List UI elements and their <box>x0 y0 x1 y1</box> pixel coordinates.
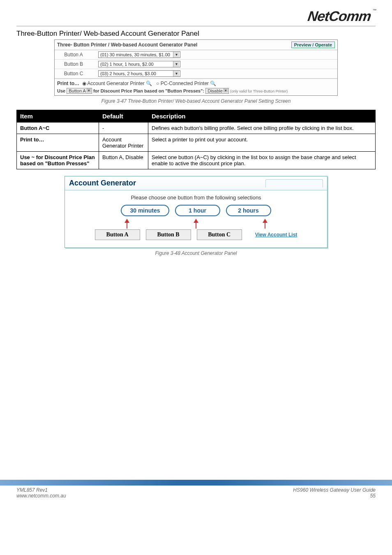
magnify-icon-2[interactable]: 🔍 <box>210 81 216 86</box>
netcomm-logo: NetComm™ <box>307 8 377 24</box>
account-generator-body: Please choose one button from the follow… <box>65 190 327 247</box>
print-to-label: Print to… <box>57 81 79 86</box>
cell-item: Use ~ for Discount Price Plan based on "… <box>17 152 99 169</box>
arrow-up-icon <box>263 219 267 223</box>
footer-rev: YML857 Rev1 <box>16 487 48 493</box>
footer-right: HS960 Wireless Gateway User Guide 55 <box>293 487 376 499</box>
footer-gradient-bar <box>0 480 392 486</box>
button-row: Button A Button B Button C View Account … <box>72 229 320 240</box>
print-to-opt1: Account Generator Printer <box>87 81 144 86</box>
table-row: Print to… Account Generator Printer Sele… <box>17 134 376 152</box>
figure-3-47-caption: Figure 3-47 Three-Button Printer/ Web-ba… <box>16 98 376 104</box>
config-panel-header: Three- Button Printer / Web-based Accoun… <box>55 40 337 50</box>
print-to-opt2: PC-Connected Printer <box>161 81 209 86</box>
cell-description: Select a printer to print out your accou… <box>148 134 376 152</box>
cell-item: Print to… <box>17 134 99 152</box>
table-row: Button A~C - Defines each button's billi… <box>17 123 376 134</box>
button-c-label: Button C <box>57 71 90 76</box>
config-panel: Three- Button Printer / Web-based Accoun… <box>54 39 338 96</box>
cell-default: Button A, Disable <box>99 152 148 169</box>
header-logo-row: NetComm™ <box>16 8 376 26</box>
button-c-select[interactable]: (03) 2 hours, 2 hours, $3.00 <box>98 70 180 77</box>
arrow-row <box>72 219 320 229</box>
arrow-stem <box>127 223 127 229</box>
footer-page: 55 <box>370 493 376 499</box>
disable-select[interactable]: Disable <box>205 88 229 94</box>
button-a-box[interactable]: Button A <box>95 229 140 240</box>
print-to-row: Print to… ◉ Account Generator Printer 🔍 … <box>57 81 335 86</box>
account-generator-header: Account Generator <box>65 176 327 190</box>
cell-item: Button A~C <box>17 123 99 134</box>
arrow-stem <box>265 223 265 229</box>
use-prefix: Use <box>57 88 65 93</box>
button-b-label: Button B <box>57 61 90 67</box>
account-generator-tab <box>265 179 323 187</box>
fine-print: (only valid for Three-Button Printer) <box>230 89 288 93</box>
cell-description: Defines each button's billing profile. S… <box>148 123 376 134</box>
use-mid: for Discount Price Plan based on "Button… <box>93 88 204 93</box>
config-row-c: Button C (03) 2 hours, 2 hours, $3.00 <box>55 69 337 79</box>
footer-url: www.netcomm.com.au <box>16 493 66 499</box>
th-default: Default <box>99 110 148 123</box>
cell-description: Select one button (A~C) by clicking in t… <box>148 152 376 169</box>
arrow-stem <box>196 223 196 229</box>
radio-pc-printer[interactable]: ○ <box>156 81 159 86</box>
logo-tm: ™ <box>372 8 377 13</box>
button-b-box[interactable]: Button B <box>146 229 191 240</box>
th-description: Description <box>148 110 376 123</box>
th-item: Item <box>17 110 99 123</box>
button-b-select[interactable]: (02) 1 hour, 1 hours, $2.00 <box>98 61 180 67</box>
config-row-a: Button A (01) 30 minutes, 30 minutes, $1… <box>55 50 337 60</box>
logo-text: NetComm <box>307 8 372 24</box>
section-title: Three-Button Printer/ Web-based Account … <box>16 30 376 38</box>
config-row-b: Button B (02) 1 hour, 1 hours, $2.00 <box>55 60 337 69</box>
footer-guide: HS960 Wireless Gateway User Guide <box>293 487 376 493</box>
radio-account-printer[interactable]: ◉ <box>82 81 86 86</box>
cell-default: Account Generator Printer <box>99 134 148 152</box>
pill-row: 30 minutes 1 hour 2 hours <box>72 205 320 216</box>
button-c-box[interactable]: Button C <box>197 229 242 240</box>
button-a-label: Button A <box>57 52 90 58</box>
account-generator-panel: Account Generator Please choose one butt… <box>65 176 327 248</box>
magnify-icon[interactable]: 🔍 <box>146 81 152 86</box>
footer-left: YML857 Rev1 www.netcomm.com.au <box>16 487 66 499</box>
account-generator-title: Account Generator <box>69 179 136 187</box>
config-bottom: Print to… ◉ Account Generator Printer 🔍 … <box>55 79 337 95</box>
config-panel-title: Three- Button Printer / Web-based Accoun… <box>57 42 197 48</box>
footer-row: YML857 Rev1 www.netcomm.com.au HS960 Wir… <box>0 486 392 504</box>
pill-1-hour[interactable]: 1 hour <box>175 205 220 216</box>
use-button-select[interactable]: Button A <box>67 88 92 94</box>
arrow-up-icon <box>194 219 198 223</box>
figure-3-48-caption: Figure 3-48 Account Generator Panel <box>16 250 376 256</box>
pill-2-hours[interactable]: 2 hours <box>226 205 271 216</box>
view-account-list-link[interactable]: View Account List <box>255 232 297 238</box>
pill-30-minutes[interactable]: 30 minutes <box>121 205 169 216</box>
cell-default: - <box>99 123 148 134</box>
arrow-up-icon <box>125 219 129 223</box>
table-row: Use ~ for Discount Price Plan based on "… <box>17 152 376 169</box>
button-a-select[interactable]: (01) 30 minutes, 30 minutes, $1.00 <box>98 51 180 58</box>
preview-operate-button[interactable]: Preview / Operate <box>291 42 335 48</box>
account-generator-instruction: Please choose one button from the follow… <box>72 194 320 201</box>
discount-row: Use Button A for Discount Price Plan bas… <box>57 88 335 94</box>
description-table: Item Default Description Button A~C - De… <box>16 110 376 169</box>
